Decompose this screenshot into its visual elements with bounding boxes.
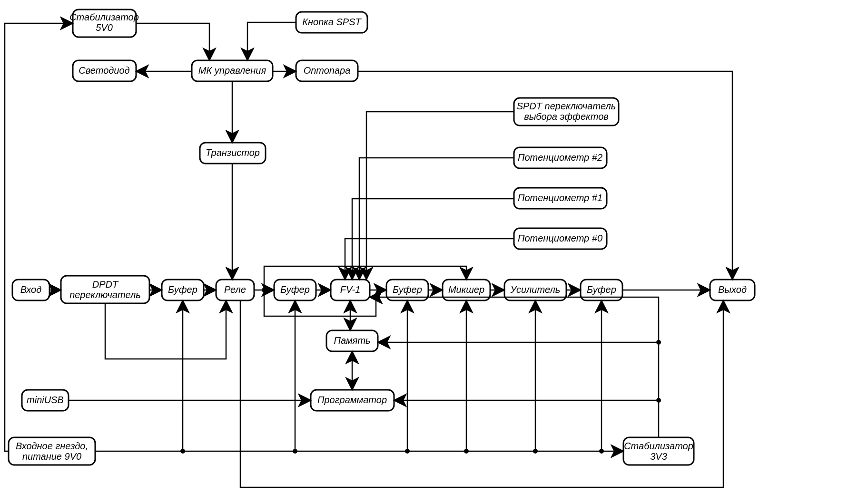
edge-pot0-fv1 [345,239,514,280]
lbl-stab3v3-1: Стабилизатор [624,441,693,451]
edge-pot2-fv1 [359,158,514,280]
lbl-prog: Программатор [317,395,387,405]
lbl-fv1: FV-1 [340,284,361,295]
lbl-pot0: Потенциометр #0 [518,233,602,243]
lbl-buf2: Буфер [280,284,310,295]
block-diagram: Стабилизатор 5V0 Кнопка SPST Светодиод М… [0,0,868,503]
edge-spst-mcu [247,22,296,60]
lbl-mcu: МК управления [198,65,266,76]
edge-9v-stab5v0 [5,23,73,451]
edge-3v3-fv1 [370,297,659,437]
lbl-pwr9v-2: питание 9V0 [22,451,81,462]
lbl-pot1: Потенциометр #1 [518,193,602,203]
edge-spdteff-fv1 [366,112,514,280]
lbl-stab5v0-2: 5V0 [96,22,113,33]
lbl-output: Выход [718,284,747,295]
lbl-spst: Кнопка SPST [302,17,362,27]
lbl-dpdt-2: переключатель [69,290,141,300]
lbl-buf4: Буфер [587,284,616,295]
lbl-relay: Реле [224,284,246,295]
lbl-pwr9v-1: Входное гнездо, [16,441,88,451]
lbl-stab3v3-2: 3V3 [650,451,667,462]
lbl-opto: Оптопара [304,65,351,76]
lbl-spdt-eff-2: выбора эффектов [524,111,609,122]
lbl-miniusb: miniUSB [27,395,64,405]
edge-dpdt-relay-bypass [105,300,226,359]
edge-stab5v0-mcu [136,23,209,60]
lbl-stab5v0-1: Стабилизатор [69,12,139,22]
lbl-led: Светодиод [79,65,129,76]
lbl-mem: Память [334,335,370,346]
lbl-amp: Усилитель [510,284,561,295]
lbl-buf1: Буфер [168,284,197,295]
lbl-mixer: Микшер [448,284,484,295]
lbl-pot2: Потенциометр #2 [518,152,602,163]
lbl-dpdt-1: DPDT [92,279,119,290]
lbl-input: Вход [20,284,42,295]
lbl-trans: Транзистор [206,147,260,158]
lbl-spdt-eff-1: SPDT переключатель [517,101,616,111]
lbl-buf3: Буфер [393,284,422,295]
